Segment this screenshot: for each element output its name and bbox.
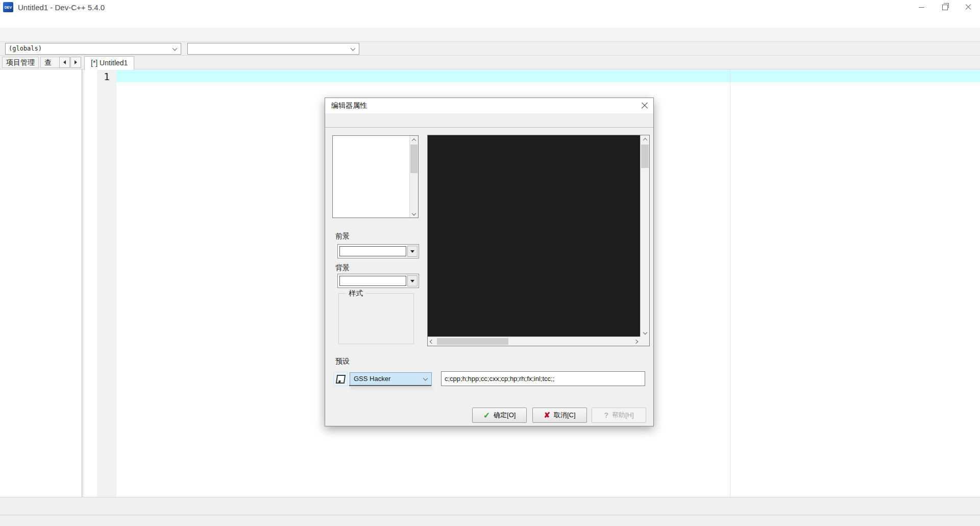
foreground-label: 前景 xyxy=(335,232,350,241)
save-preset-button[interactable] xyxy=(333,372,348,386)
workspace-header: 项目管理 查看 xyxy=(0,56,980,69)
window-title: Untitled1 - Dev-C++ 5.4.0 xyxy=(18,3,105,12)
editor-tab-untitled1[interactable]: [*] Untitled1 xyxy=(84,56,134,70)
background-label: 背景 xyxy=(335,264,350,273)
preview-code xyxy=(428,135,640,337)
chevron-down-icon xyxy=(351,45,356,51)
scrollbar-thumb[interactable] xyxy=(641,145,649,168)
status-bar xyxy=(0,515,980,526)
cancel-button[interactable]: ✘ 取消[C] xyxy=(532,408,587,423)
main-toolbar xyxy=(0,28,980,42)
dialog-title-bar: 编辑器属性 xyxy=(325,98,653,113)
close-icon xyxy=(965,4,971,10)
restore-icon xyxy=(942,5,948,10)
chevron-down-icon xyxy=(423,376,428,381)
project-panel[interactable] xyxy=(0,69,82,497)
question-icon: ? xyxy=(604,411,608,419)
panel-scroll-right-button[interactable] xyxy=(70,57,81,68)
title-bar: DEV Untitled1 - Dev-C++ 5.4.0 xyxy=(0,0,980,14)
scrollbar-corner xyxy=(640,337,649,346)
scroll-up-icon[interactable] xyxy=(410,136,418,144)
tab-view[interactable]: 查看 xyxy=(40,57,62,68)
ok-button[interactable]: ✓ 确定[O] xyxy=(472,408,527,423)
dialog-title: 编辑器属性 xyxy=(331,101,367,110)
ok-button-label: 确定[O] xyxy=(494,411,516,420)
scroll-up-icon[interactable] xyxy=(641,135,649,144)
report-tabs xyxy=(0,497,980,510)
background-color-combo[interactable] xyxy=(337,274,419,288)
minimize-icon xyxy=(919,7,924,8)
scrollbar-thumb[interactable] xyxy=(437,338,508,345)
style-group-label: 样式 xyxy=(346,289,365,298)
app-icon: DEV xyxy=(3,2,13,12)
preset-combo[interactable]: GSS Hacker xyxy=(350,372,432,386)
color-dropdown-button[interactable] xyxy=(407,246,418,257)
preset-combo-value: GSS Hacker xyxy=(354,375,390,382)
preview-vertical-scrollbar[interactable] xyxy=(640,135,649,337)
globals-combo[interactable]: (globals) xyxy=(5,43,181,55)
listbox-scrollbar[interactable] xyxy=(409,136,418,218)
foreground-swatch xyxy=(339,246,406,256)
menu-bar xyxy=(0,14,980,28)
status-gap xyxy=(0,510,980,515)
check-icon: ✓ xyxy=(483,411,490,420)
style-groupbox: 样式 xyxy=(338,293,414,344)
members-combo[interactable] xyxy=(187,43,359,55)
preset-save-icon xyxy=(335,375,345,384)
scroll-down-icon[interactable] xyxy=(410,209,418,218)
tab-project-manager[interactable]: 项目管理 xyxy=(2,57,39,68)
color-dropdown-button[interactable] xyxy=(407,275,418,286)
preview-horizontal-scrollbar[interactable] xyxy=(428,337,640,346)
scrollbar-thumb[interactable] xyxy=(410,145,418,173)
dialog-close-icon[interactable] xyxy=(641,102,648,109)
scroll-right-icon[interactable] xyxy=(632,337,640,346)
restore-button[interactable] xyxy=(933,0,957,14)
background-swatch xyxy=(339,276,406,286)
chevron-down-icon xyxy=(173,45,178,51)
dialog-tab-strip xyxy=(325,113,653,128)
scroll-down-icon[interactable] xyxy=(641,328,649,337)
right-margin-line xyxy=(730,69,730,497)
triangle-down-icon xyxy=(410,250,414,253)
help-button-label: 帮助[H] xyxy=(612,411,634,420)
cancel-button-label: 取消[C] xyxy=(554,411,576,420)
foreground-color-combo[interactable] xyxy=(337,244,419,258)
editor-properties-dialog: 编辑器属性 前景 背景 样式 xyxy=(325,98,654,426)
close-button[interactable] xyxy=(957,0,980,14)
line-number: 1 xyxy=(97,70,116,83)
arrow-left-icon xyxy=(63,60,66,64)
preset-dropdown-list xyxy=(349,385,431,386)
extensions-input[interactable] xyxy=(441,371,645,386)
arrow-right-icon xyxy=(75,60,77,64)
syntax-preview[interactable] xyxy=(427,135,650,346)
style-elements-listbox[interactable] xyxy=(332,135,419,218)
current-line-highlight xyxy=(116,70,980,82)
help-button: ? 帮助[H] xyxy=(592,408,646,423)
x-icon: ✘ xyxy=(544,411,550,420)
class-browser-row: (globals) xyxy=(0,42,980,56)
minimize-button[interactable] xyxy=(910,0,933,14)
dev-cpp-window: DEV Untitled1 - Dev-C++ 5.4.0 (globals) … xyxy=(0,0,980,526)
preset-label: 预设 xyxy=(335,357,350,366)
editor-gutter: 1 xyxy=(97,69,116,497)
panel-scroll-left-button[interactable] xyxy=(59,57,70,68)
globals-combo-value: (globals) xyxy=(9,45,42,52)
scroll-left-icon[interactable] xyxy=(428,337,436,346)
triangle-down-icon xyxy=(410,280,414,282)
